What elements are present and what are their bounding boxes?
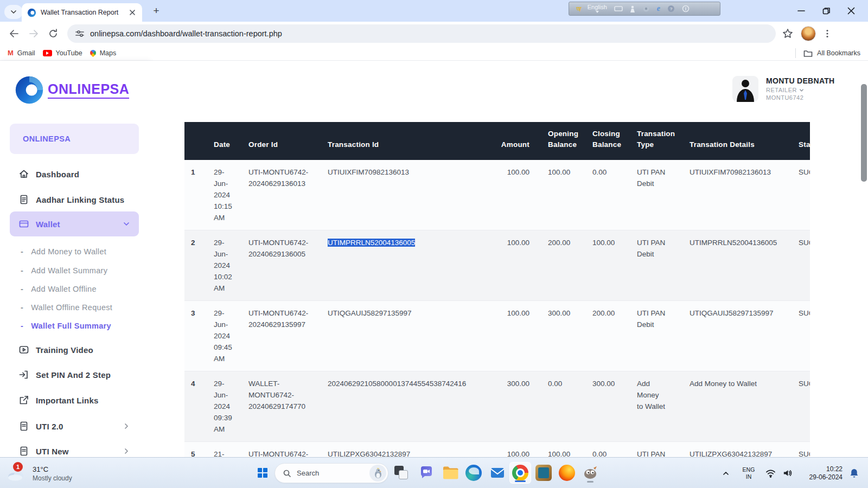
weather-temp: 31°C	[33, 465, 48, 473]
taskbar-search[interactable]: Search	[275, 463, 388, 483]
sidebar-item-dashboard[interactable]: Dashboard	[10, 166, 139, 182]
clock[interactable]: 10:22 29-06-2024	[799, 465, 843, 481]
search-label: Search	[297, 469, 369, 477]
bookmark-gmail[interactable]: MGmail	[8, 49, 35, 57]
cell-transation-type: Add Money to Wallet	[624, 371, 678, 442]
logo-swirl-icon	[14, 75, 44, 105]
cell-amount: 100.00	[488, 301, 536, 371]
site-settings-icon[interactable]	[75, 29, 85, 38]
svg-text:?: ?	[670, 7, 673, 11]
browser-e-icon[interactable]: e	[657, 4, 660, 13]
browser-tab[interactable]: Wallet Transaction Report	[22, 3, 142, 22]
notification-bell-icon[interactable]	[849, 468, 859, 478]
cell-date: 29- Jun- 2024 10:15 AM	[210, 160, 245, 230]
mail-button[interactable]	[487, 462, 508, 484]
tab-close-icon[interactable]	[128, 8, 137, 17]
close-window-button[interactable]	[845, 5, 857, 17]
bookmark-youtube[interactable]: YouTube	[43, 49, 82, 57]
folder-icon	[443, 466, 458, 480]
all-bookmarks-button[interactable]: All Bookmarks	[795, 46, 860, 61]
cell-date: 21-	[210, 442, 245, 459]
chevron-down-icon	[596, 11, 599, 13]
reload-button[interactable]	[48, 28, 59, 39]
tray-chevron-up-icon[interactable]	[722, 470, 730, 477]
sidebar-item-training-video[interactable]: Training Video	[10, 342, 139, 358]
divider	[795, 48, 796, 58]
edge-button[interactable]	[463, 462, 484, 484]
task-view-button[interactable]	[391, 462, 412, 484]
sidebar-item-aadhar-linking-status[interactable]: Aadhar Linking Status	[10, 191, 139, 208]
cell-closing-balance: 300.00	[580, 371, 624, 442]
cell-opening-balance: 100.00	[536, 160, 580, 230]
sidebar-subitem-add-money-to-wallet[interactable]: -Add Money to Wallet	[21, 246, 139, 257]
sidebar-item-set-pin[interactable]: Set PIN And 2 Step	[10, 367, 139, 383]
language-indicator[interactable]: ENGIN	[739, 466, 758, 480]
chrome-button[interactable]	[509, 462, 531, 484]
logo-text: ONLINEPSA	[48, 81, 129, 99]
col-header-transaction-id: Transaction Id	[324, 122, 488, 160]
info-icon[interactable]	[682, 5, 690, 12]
cell-transation-details: UTIQGAUIJ58297135997	[678, 301, 792, 371]
table-row: 2 29- Jun- 2024 10:02 AM UTI-MONTU6742- …	[184, 230, 810, 301]
tab-search-button[interactable]	[4, 5, 23, 19]
language-bar[interactable]: অ English e ?	[569, 2, 720, 16]
weather-widget[interactable]: 1 31°C Mostly cloudy	[5, 461, 98, 485]
cell-transation-details: UTILIZPXG63042132897	[678, 442, 792, 459]
image-viewer-button[interactable]	[533, 462, 554, 484]
gimp-icon	[583, 465, 598, 480]
volume-icon[interactable]	[782, 468, 793, 478]
sidebar-subitem-add-wallet-summary[interactable]: -Add Wallet Summary	[21, 265, 139, 276]
firefox-button[interactable]	[556, 462, 578, 484]
address-bar[interactable]: onlinepsa.com/dashboard/wallet-transacti…	[67, 24, 776, 43]
sidebar-item-uti-2-0[interactable]: UTI 2.0	[10, 418, 139, 434]
bookmark-star-icon[interactable]	[782, 28, 793, 39]
tab-strip: Wallet Transaction Report + অ English e …	[0, 0, 868, 22]
back-button[interactable]	[9, 28, 20, 39]
play-video-icon	[18, 344, 29, 355]
cell-transation-type: UTI PAN Debit	[624, 160, 678, 230]
user-role[interactable]: RETAILER	[766, 87, 835, 93]
sidebar-subitem-add-wallet-offline[interactable]: -Add Wallet Offline	[21, 284, 139, 294]
sidebar-section-title: ONLINEPSA	[10, 124, 139, 154]
cell-amount: 100.00	[488, 160, 536, 230]
site-logo[interactable]: ONLINEPSA	[14, 75, 129, 105]
avro-keyboard-icon: অ	[576, 4, 580, 14]
wifi-icon[interactable]	[765, 468, 776, 478]
cell-order-id: UTI-MONTU6742-	[245, 442, 324, 459]
cell-amount: 300.00	[488, 371, 536, 442]
language-selector[interactable]: English	[588, 4, 607, 13]
firefox-icon	[559, 465, 575, 481]
restore-button[interactable]	[820, 5, 832, 17]
sidebar-item-important-links[interactable]: Important Links	[10, 392, 139, 408]
page-scrollbar[interactable]	[861, 84, 867, 182]
profile-avatar[interactable]	[801, 26, 816, 41]
keyboard-icon[interactable]	[614, 5, 623, 12]
mail-icon	[490, 465, 505, 480]
cell-closing-balance: 0.00	[580, 442, 624, 459]
sidebar-item-wallet[interactable]: Wallet	[10, 211, 139, 236]
cell-closing-balance: 100.00	[580, 230, 624, 301]
gimp-button[interactable]	[579, 462, 601, 484]
new-tab-button[interactable]: +	[150, 4, 163, 17]
assistant-icon[interactable]	[630, 5, 635, 12]
windows-logo-icon	[258, 468, 267, 478]
wallet-icon	[18, 219, 29, 229]
user-block[interactable]: MONTU DEBNATH RETAILER MONTU6742	[732, 76, 835, 102]
sidebar-subitem-wallet-offline-request[interactable]: -Wallet Offline Request	[21, 302, 139, 313]
settings-gear-icon[interactable]	[642, 5, 650, 12]
menu-dots-icon[interactable]	[822, 29, 832, 38]
system-tray: ENGIN 10:22 29-06-2024	[722, 458, 868, 488]
start-button[interactable]	[252, 462, 273, 484]
sidebar: ONLINEPSA ONLINEPSA Dashboard Aadhar Lin…	[0, 61, 149, 457]
sidebar-subitem-wallet-full-summary[interactable]: -Wallet Full Summary	[21, 320, 139, 331]
file-explorer-button[interactable]	[439, 462, 461, 484]
col-header-transation-type: Transation Type	[624, 122, 678, 160]
cell-opening-balance: 0.00	[536, 371, 580, 442]
cell-order-id: UTI-MONTU6742- 20240629136005	[245, 230, 324, 301]
bookmark-maps[interactable]: Maps	[90, 49, 117, 57]
minimize-button[interactable]	[795, 5, 807, 17]
chat-button[interactable]	[416, 462, 437, 484]
cell-transation-type: UTI PAN	[624, 442, 678, 459]
forward-button[interactable]	[28, 28, 39, 39]
help-icon[interactable]: ?	[667, 5, 675, 12]
